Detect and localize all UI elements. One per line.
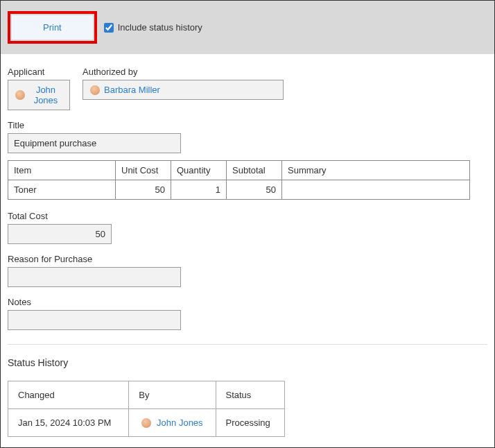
avatar-icon — [90, 85, 100, 95]
subtotal-cell: 50 — [227, 180, 282, 200]
toolbar: Print Include status history — [1, 1, 494, 54]
item-cell: Toner — [8, 180, 116, 200]
reason-value — [8, 267, 181, 287]
applicant-label: Applicant — [8, 67, 70, 77]
divider — [8, 344, 487, 345]
avatar-icon — [141, 418, 151, 428]
avatar-icon — [15, 90, 25, 100]
items-header-unitcost: Unit Cost — [116, 161, 171, 180]
history-status-cell: Processing — [216, 409, 285, 437]
history-header-status: Status — [216, 381, 285, 409]
table-row: Toner 50 1 50 — [8, 180, 470, 200]
summary-cell — [282, 180, 470, 200]
authorized-group: Authorized by Barbara Miller — [82, 67, 284, 110]
title-label: Title — [8, 120, 487, 130]
history-by-link[interactable]: John Jones — [157, 417, 203, 428]
include-history-label: Include status history — [118, 22, 202, 33]
print-button[interactable]: Print — [12, 15, 93, 40]
history-header-changed: Changed — [8, 381, 129, 409]
total-cost-value: 50 — [8, 224, 112, 244]
applicant-group: Applicant John Jones — [8, 67, 70, 110]
unitcost-cell: 50 — [116, 180, 171, 200]
authorized-box: Barbara Miller — [82, 80, 284, 100]
items-header-subtotal: Subtotal — [227, 161, 282, 180]
title-value: Equipment purchase — [8, 133, 181, 153]
history-row: Jan 15, 2024 10:03 PM John Jones Process… — [8, 409, 285, 437]
applicant-link[interactable]: John Jones — [29, 85, 62, 105]
include-history-checkbox[interactable] — [104, 23, 114, 33]
status-history-table: Changed By Status Jan 15, 2024 10:03 PM … — [8, 381, 285, 437]
items-table: Item Unit Cost Quantity Subtotal Summary… — [8, 160, 470, 200]
content-area: Applicant John Jones Authorized by Barba… — [1, 54, 494, 444]
items-header-item: Item — [8, 161, 116, 180]
history-by-cell: John Jones — [129, 409, 216, 437]
include-history-label-wrap[interactable]: Include status history — [104, 22, 202, 33]
history-header-by: By — [129, 381, 216, 409]
reason-label: Reason for Purchase — [8, 254, 487, 264]
notes-label: Notes — [8, 297, 487, 307]
print-button-highlight: Print — [8, 11, 97, 44]
history-changed-cell: Jan 15, 2024 10:03 PM — [8, 409, 129, 437]
applicant-box: John Jones — [8, 80, 70, 110]
items-header-quantity: Quantity — [171, 161, 227, 180]
quantity-cell: 1 — [171, 180, 227, 200]
authorized-link[interactable]: Barbara Miller — [104, 85, 160, 95]
notes-value — [8, 310, 181, 330]
authorized-label: Authorized by — [82, 67, 284, 77]
total-cost-label: Total Cost — [8, 211, 487, 221]
items-header-summary: Summary — [282, 161, 470, 180]
status-history-title: Status History — [8, 357, 487, 368]
